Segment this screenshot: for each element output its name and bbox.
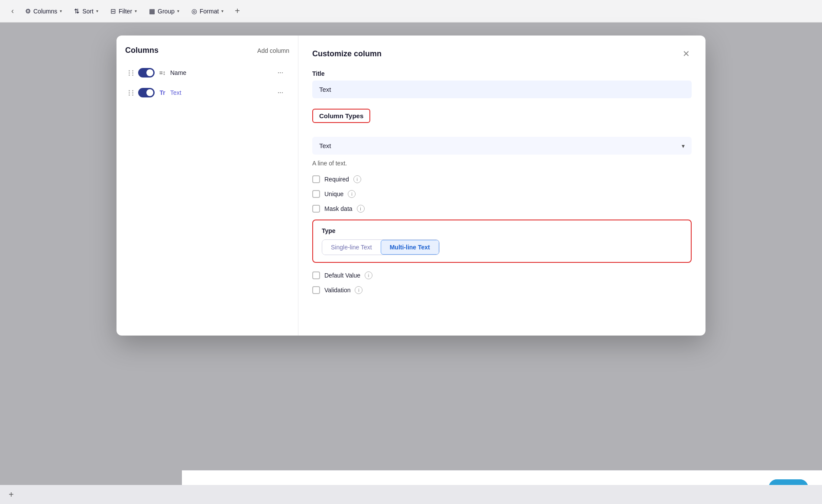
filter-chevron: ▾ [135,9,137,13]
sort-chevron: ▾ [96,9,98,13]
drag-handle-name[interactable] [129,70,135,76]
default-value-label: Default Value [324,272,360,279]
drag-dot [129,72,130,74]
sort-button[interactable]: ⇅ Sort ▾ [69,5,104,18]
title-input[interactable] [312,81,692,98]
format-icon: ◎ [191,7,197,15]
validation-label: Validation [324,287,350,294]
required-label: Required [324,176,349,183]
columns-chevron: ▾ [60,9,62,13]
drag-handle-text[interactable] [129,90,135,96]
group-chevron: ▾ [177,9,179,13]
default-value-row: Default Value i [312,271,692,279]
drag-dot [129,70,130,71]
bottom-plus-button[interactable]: + [9,490,14,500]
overlay: Columns Add column ≡↕ Name ··· [0,23,822,504]
validation-checkbox[interactable] [312,286,320,294]
columns-label: Columns [33,8,57,15]
required-checkbox[interactable] [312,175,320,183]
toggle-name[interactable] [138,68,155,78]
filter-button[interactable]: ⊟ Filter ▾ [105,5,142,18]
type-box-label: Type [322,227,682,234]
drag-dot [132,94,133,96]
type-dropdown[interactable]: Text ▾ [312,137,692,155]
text-type-icon: Tr [158,89,167,96]
type-dropdown-chevron-icon: ▾ [682,142,685,149]
name-type-icon: ≡↕ [158,69,167,76]
validation-row: Validation i [312,286,692,294]
filter-label: Filter [119,8,132,15]
format-button[interactable]: ◎ Format ▾ [186,5,229,18]
toggle-text[interactable] [138,88,155,97]
mask-data-row: Mask data i [312,205,692,213]
drag-dot [132,90,133,91]
sort-icon: ⇅ [74,7,80,15]
drag-dot [129,90,130,91]
unique-row: Unique i [312,190,692,198]
customize-header: Customize column ✕ [312,48,692,60]
drag-dot [132,92,133,94]
unique-label: Unique [324,191,343,197]
column-name-more-button[interactable]: ··· [275,68,286,78]
close-button[interactable]: ✕ [681,48,692,60]
required-info-icon[interactable]: i [353,175,361,183]
columns-icon: ⚙ [25,7,31,15]
column-name-label: Name [170,69,272,76]
default-value-checkbox[interactable] [312,271,320,279]
type-dropdown-value: Text [319,142,331,149]
column-row-text: Tr Text ··· [125,84,289,102]
filter-icon: ⊟ [110,7,116,15]
column-text-label: Text [170,89,272,96]
single-line-text-option[interactable]: Single-line Text [322,240,381,255]
unique-checkbox[interactable] [312,190,320,198]
column-row-name: ≡↕ Name ··· [125,64,289,82]
toolbar: ‹ ⚙ Columns ▾ ⇅ Sort ▾ ⊟ Filter ▾ ▦ Grou… [0,0,822,23]
columns-panel-header: Columns Add column [125,46,289,55]
group-icon: ▦ [149,7,155,15]
columns-panel-title: Columns [125,46,159,55]
customize-title: Customize column [312,49,382,58]
back-button[interactable]: ‹ [7,4,18,18]
unique-info-icon[interactable]: i [348,190,356,198]
drag-dot [132,70,133,71]
column-types-label: Column Types [312,109,370,123]
mask-data-label: Mask data [324,205,353,212]
default-value-info-icon[interactable]: i [365,271,372,279]
required-row: Required i [312,175,692,183]
group-label: Group [158,8,175,15]
drag-dot [129,92,130,94]
column-text-more-button[interactable]: ··· [275,88,286,97]
sort-label: Sort [82,8,94,15]
add-column-button[interactable]: Add column [257,47,289,54]
customize-panel: Customize column ✕ Title Column Types Te… [298,36,705,336]
mask-data-checkbox[interactable] [312,205,320,213]
format-chevron: ▾ [221,9,223,13]
columns-panel: Columns Add column ≡↕ Name ··· [117,36,298,336]
type-options-group: Single-line Text Multi-line Text [322,239,440,255]
group-button[interactable]: ▦ Group ▾ [144,5,184,18]
multi-line-text-option[interactable]: Multi-line Text [381,240,439,255]
title-section-label: Title [312,70,692,77]
dialog: Columns Add column ≡↕ Name ··· [117,36,705,336]
format-label: Format [200,8,219,15]
validation-info-icon[interactable]: i [355,286,362,294]
drag-dot [129,94,130,96]
drag-dot [129,74,130,76]
bottom-bar: + [0,485,822,504]
type-selection-box: Type Single-line Text Multi-line Text [312,220,692,263]
toolbar-plus-button[interactable]: + [230,4,244,18]
columns-button[interactable]: ⚙ Columns ▾ [20,5,67,18]
drag-dot [132,74,133,76]
drag-dot [132,72,133,74]
mask-data-info-icon[interactable]: i [357,205,365,213]
type-description: A line of text. [312,160,692,167]
